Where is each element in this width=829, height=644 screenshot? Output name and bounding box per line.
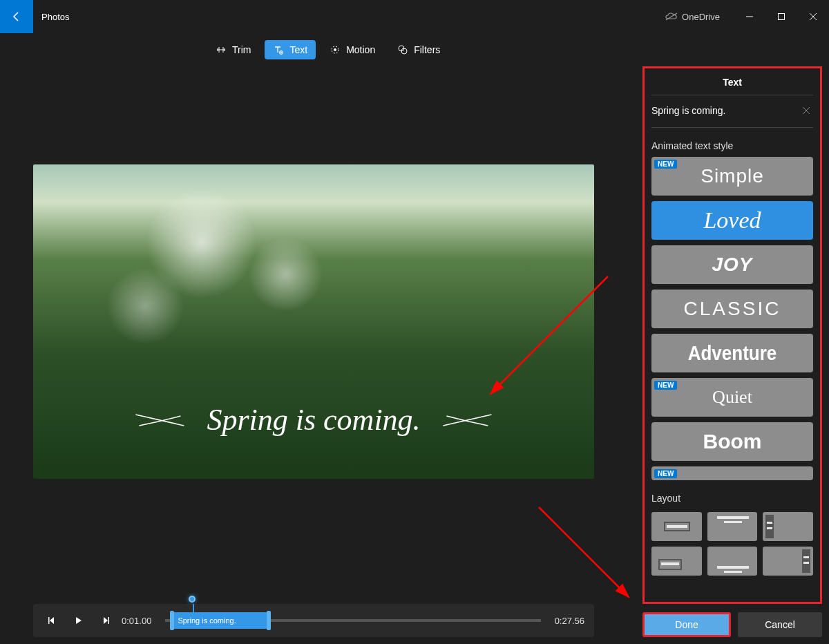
playhead[interactable] <box>189 596 196 603</box>
text-panel: Text Spring is coming. Animated text sty… <box>636 66 829 644</box>
style-label: Boom <box>703 430 762 453</box>
text-icon <box>273 44 284 55</box>
layout-left[interactable] <box>763 512 813 541</box>
style-boom[interactable]: Boom <box>651 422 813 461</box>
tab-trim[interactable]: Trim <box>207 40 259 59</box>
style-list[interactable]: NEW Simple Loved JOY CLASSIC Adventure N… <box>651 157 813 480</box>
style-simple[interactable]: NEW Simple <box>651 157 813 196</box>
next-frame-button[interactable] <box>95 611 115 630</box>
clear-text-button[interactable] <box>799 105 813 116</box>
cloud-off-icon <box>665 12 678 21</box>
cancel-button[interactable]: Cancel <box>738 612 822 637</box>
done-label: Done <box>675 619 698 630</box>
animated-style-label: Animated text style <box>651 140 813 151</box>
timeline: 0:01.00 Spring is coming. 0:27.56 <box>33 604 594 637</box>
preview-area: Spring is coming. 0:01.00 S <box>0 66 636 644</box>
timeline-end-time: 0:27.56 <box>555 616 584 626</box>
prev-frame-button[interactable] <box>43 611 62 630</box>
new-badge: NEW <box>654 469 677 478</box>
x-icon <box>803 107 810 114</box>
tab-trim-label: Trim <box>232 44 251 55</box>
layout-right[interactable] <box>763 547 813 576</box>
style-label: CLASSIC <box>684 298 781 320</box>
style-adventure[interactable]: Adventure <box>651 334 813 372</box>
style-label: Simple <box>701 165 764 187</box>
next-frame-icon <box>100 616 110 625</box>
motion-icon <box>330 44 341 55</box>
done-button[interactable]: Done <box>642 612 731 637</box>
edit-toolbar: Trim Text Motion Filters <box>0 33 829 66</box>
tab-motion-label: Motion <box>346 44 375 55</box>
overlay-text-value: Spring is coming. <box>207 402 420 437</box>
layout-bottom[interactable] <box>707 547 758 576</box>
trim-icon <box>216 44 227 55</box>
svg-rect-10 <box>48 617 50 624</box>
flourish-right-icon <box>440 406 495 434</box>
tab-text[interactable]: Text <box>265 40 316 59</box>
style-label: Loved <box>703 207 761 234</box>
timeline-track[interactable]: Spring is coming. <box>165 619 540 622</box>
maximize-icon <box>778 13 785 20</box>
timeline-start-time: 0:01.00 <box>122 616 151 626</box>
text-input[interactable]: Spring is coming. <box>651 105 799 116</box>
action-row: Done Cancel <box>642 612 822 637</box>
tab-text-label: Text <box>289 44 307 55</box>
overlay-text: Spring is coming. <box>132 402 495 437</box>
layout-bottom-box[interactable] <box>651 547 702 576</box>
close-icon <box>810 13 817 20</box>
style-label: JOY <box>712 254 752 276</box>
tab-filters[interactable]: Filters <box>389 40 448 59</box>
flourish-left-icon <box>132 406 187 434</box>
play-button[interactable] <box>69 611 88 630</box>
layout-top[interactable] <box>707 512 758 541</box>
style-label: Quiet <box>712 387 752 408</box>
style-next-partial[interactable]: NEW <box>651 466 813 480</box>
clip-handle-right[interactable] <box>267 611 271 630</box>
onedrive-status[interactable]: OneDrive <box>665 12 720 22</box>
panel-title: Text <box>651 74 813 95</box>
layout-label: Layout <box>651 493 813 504</box>
filters-icon <box>397 44 408 55</box>
title-bar: Photos OneDrive <box>0 0 829 33</box>
layout-grid <box>651 512 813 576</box>
minimize-button[interactable] <box>734 6 765 28</box>
clip-label: Spring is coming. <box>178 616 236 625</box>
style-joy[interactable]: JOY <box>651 245 813 284</box>
text-clip[interactable]: Spring is coming. <box>172 612 269 629</box>
arrow-left-icon <box>11 11 22 22</box>
cancel-label: Cancel <box>765 619 795 630</box>
tab-filters-label: Filters <box>414 44 440 55</box>
layout-center[interactable] <box>651 512 702 541</box>
play-icon <box>74 616 84 625</box>
style-loved[interactable]: Loved <box>651 201 813 240</box>
prev-frame-icon <box>48 616 57 625</box>
onedrive-label: OneDrive <box>682 12 720 22</box>
svg-rect-2 <box>779 14 785 20</box>
svg-rect-11 <box>108 617 110 624</box>
maximize-button[interactable] <box>765 6 797 28</box>
new-badge: NEW <box>654 160 677 169</box>
app-title: Photos <box>41 12 69 22</box>
style-quiet[interactable]: NEW Quiet <box>651 378 813 417</box>
style-classic[interactable]: CLASSIC <box>651 290 813 328</box>
close-button[interactable] <box>797 6 829 28</box>
tab-motion[interactable]: Motion <box>321 40 383 59</box>
minimize-icon <box>746 13 753 20</box>
clip-handle-left[interactable] <box>170 611 174 630</box>
style-label: Adventure <box>688 341 777 366</box>
back-button[interactable] <box>0 0 33 33</box>
new-badge: NEW <box>654 381 677 390</box>
svg-point-6 <box>334 48 336 51</box>
video-preview[interactable]: Spring is coming. <box>33 164 594 479</box>
